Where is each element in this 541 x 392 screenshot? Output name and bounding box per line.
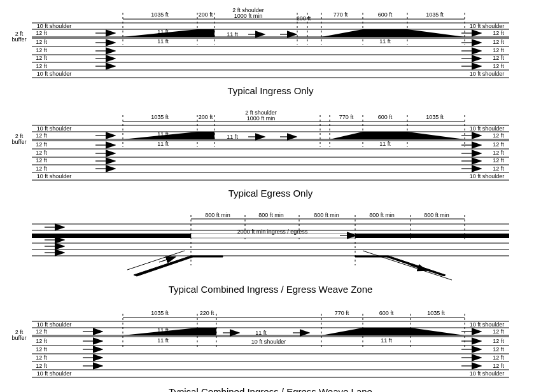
lane-12-r4: 12 ft xyxy=(493,157,504,164)
lane11-b: 11 ft xyxy=(157,141,169,147)
dim-5: 1035 ft xyxy=(426,114,444,120)
center-note: 10 ft shoulder xyxy=(251,339,286,345)
shoulder-bot-right: 10 ft shoulder xyxy=(470,71,505,77)
diagram-weave-lane: 1035 ft 220 ft 770 ft 600 ft 1035 ft 10 … xyxy=(6,307,535,392)
lane-12-5: 12 ft xyxy=(36,363,47,369)
lane11-b: 11 ft xyxy=(157,38,169,45)
shoulder-bot-right: 10 ft shoulder xyxy=(470,370,505,377)
lane-12-4: 12 ft xyxy=(36,55,47,61)
lane-12-r4: 12 ft xyxy=(493,354,504,361)
buffer-label-2: buffer xyxy=(12,335,27,341)
dim-4: 600 ft xyxy=(379,310,394,316)
diagram-weave-zone: 800 ft min 800 ft min 800 ft min 800 ft … xyxy=(6,211,535,295)
lane-12-3: 12 ft xyxy=(36,47,47,53)
dim-5: 600 ft xyxy=(378,11,393,18)
lane-12-1: 12 ft xyxy=(36,30,47,36)
taper-out xyxy=(321,29,465,37)
dim-2: 220 ft xyxy=(200,310,214,316)
shoulder-bot-left: 10 ft shoulder xyxy=(37,71,72,77)
taper-out xyxy=(321,328,465,335)
taper-in xyxy=(123,132,214,139)
title-1: Typical Ingress Only xyxy=(6,85,535,96)
lane-12-3: 12 ft xyxy=(36,346,47,353)
lane-12-r2: 12 ft xyxy=(493,141,504,148)
lane11-a: 11 ft xyxy=(157,131,169,137)
dim-4: 800 ft min xyxy=(369,212,395,218)
dim-5: 1035 ft xyxy=(427,310,445,316)
dim-3: 770 ft xyxy=(335,310,349,316)
lane-12-r1: 12 ft xyxy=(493,132,504,139)
lane-12-r2: 12 ft xyxy=(493,338,504,344)
lane11-c: 11 ft xyxy=(227,31,238,38)
lane11-a: 11 ft xyxy=(157,29,169,35)
lane11-a: 11 ft xyxy=(157,327,169,333)
taper-out xyxy=(330,132,465,139)
diagram-egress-only: 2 ft shoulder 1000 ft min 1035 ft 200 ft… xyxy=(6,109,535,199)
lane-12-r3: 12 ft xyxy=(493,47,504,53)
shoulder-bot-left: 10 ft shoulder xyxy=(37,173,72,179)
svg-line-49 xyxy=(127,251,185,270)
lane11-e: 11 ft xyxy=(381,337,392,344)
lane-12-r3: 12 ft xyxy=(493,150,504,156)
lane11-c: 11 ft xyxy=(255,330,267,336)
lane-12-2: 12 ft xyxy=(36,39,47,45)
ramp-in xyxy=(134,256,223,276)
shoulder-bot-right: 10 ft shoulder xyxy=(470,173,505,179)
dir-arrow xyxy=(159,257,175,262)
dim-5: 800 ft min xyxy=(424,212,449,218)
lane11-d: 11 ft xyxy=(381,327,392,333)
lane-12-4: 12 ft xyxy=(36,354,47,361)
svg-line-50 xyxy=(363,251,452,280)
lane-12-1: 12 ft xyxy=(36,328,47,335)
dim-4: 600 ft xyxy=(378,114,393,120)
buffer-label-2: buffer xyxy=(12,139,27,145)
shoulder-left: 10 ft shoulder xyxy=(37,23,72,29)
lane-12-r5: 12 ft xyxy=(493,63,504,69)
shoulder-right: 10 ft shoulder xyxy=(470,321,505,328)
dim-3: 800 ft min xyxy=(314,212,339,218)
dim-1: 1035 ft xyxy=(151,11,169,18)
lane11-e: 11 ft xyxy=(379,141,391,147)
lane-12-r1: 12 ft xyxy=(493,328,504,335)
lane-12-r5: 12 ft xyxy=(493,165,504,172)
zone-label: 2000 ft min ingress / egress xyxy=(237,228,308,235)
dim-2: 200 ft xyxy=(199,114,213,120)
lane-12-r5: 12 ft xyxy=(493,363,504,369)
title-2: Typical Egress Only xyxy=(6,188,535,199)
lane-12-2: 12 ft xyxy=(36,141,47,148)
shoulder-right: 10 ft shoulder xyxy=(470,125,505,132)
lane11-b: 11 ft xyxy=(157,337,169,344)
diagram-ingress-only: 2 ft shoulder 1000 ft min 1035 ft 200 ft… xyxy=(6,6,535,96)
dim-6: 1035 ft xyxy=(426,11,444,18)
shoulder-bot-left: 10 ft shoulder xyxy=(37,370,72,377)
title-3: Typical Combined Ingress / Egress Weave … xyxy=(6,284,535,295)
lane-12-r3: 12 ft xyxy=(493,346,504,353)
lane-12-2: 12 ft xyxy=(36,338,47,344)
lane11-d: 11 ft xyxy=(379,29,391,35)
dim-2: 800 ft min xyxy=(258,212,284,218)
dim-3: 770 ft xyxy=(339,114,354,120)
lane11-e: 11 ft xyxy=(379,38,391,45)
taper-in xyxy=(123,29,214,37)
lane-12-r4: 12 ft xyxy=(493,55,504,61)
dim-2: 200 ft xyxy=(199,11,213,18)
lane-12-5: 12 ft xyxy=(36,165,47,172)
lane-12-r1: 12 ft xyxy=(493,30,504,36)
dim-3: 200 ft xyxy=(297,15,311,22)
top-min: 1000 ft min xyxy=(247,115,276,122)
buffer-label-2: buffer xyxy=(12,36,27,43)
dim-1: 1035 ft xyxy=(151,310,169,316)
dim-1: 1035 ft xyxy=(151,114,169,120)
title-4: Typical Combined Ingress / Egress Weave … xyxy=(6,386,535,392)
lane-12-1: 12 ft xyxy=(36,132,47,139)
top-min: 1000 ft min xyxy=(234,13,263,19)
shoulder-left: 10 ft shoulder xyxy=(37,321,72,328)
lane-12-r2: 12 ft xyxy=(493,39,504,45)
shoulder-left: 10 ft shoulder xyxy=(37,125,72,132)
dim-4: 770 ft xyxy=(334,11,348,18)
lane-12-5: 12 ft xyxy=(36,63,47,69)
dim-1: 800 ft min xyxy=(205,212,230,218)
lane11-c: 11 ft xyxy=(227,134,238,140)
lane11-d: 11 ft xyxy=(379,131,391,137)
shoulder-right: 10 ft shoulder xyxy=(470,23,505,29)
